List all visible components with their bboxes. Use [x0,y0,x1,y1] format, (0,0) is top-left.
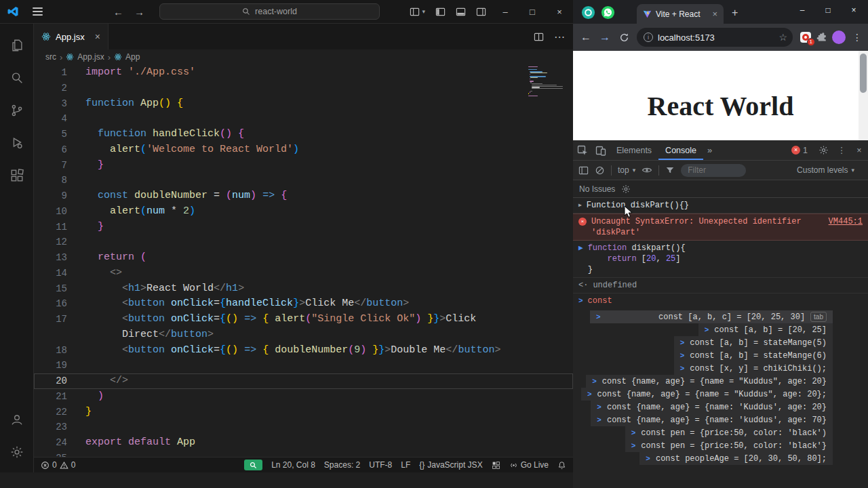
account-icon[interactable] [0,403,33,436]
line-number[interactable]: 1 [34,65,67,81]
code-line[interactable]: 9 const doubleNumber = (num) => { [34,188,573,204]
console-log[interactable]: ▶ Function diskPart(){} × Uncaught Synta… [573,198,868,488]
line-number[interactable]: 24 [34,435,67,451]
customize-layout-button[interactable]: ▾ [410,7,425,17]
site-info-icon[interactable]: i [644,33,653,42]
toggle-sidebar-icon[interactable] [435,7,446,17]
nav-back-button[interactable]: ← [108,6,129,18]
expand-triangle-icon[interactable]: ▶ [578,200,582,211]
run-debug-icon[interactable] [0,127,33,159]
line-number[interactable]: 8 [34,173,67,188]
line-number[interactable]: 16 [34,296,67,312]
clear-console-icon[interactable] [595,165,605,176]
code-line[interactable]: 5 function handleClick() { [34,127,573,142]
line-number[interactable]: 18 [34,343,67,359]
console-suggestion[interactable]: >const pen = {price:50, color: 'black') [625,426,833,439]
profile-avatar[interactable] [832,30,846,44]
forward-button[interactable]: → [596,31,614,43]
search-icon[interactable] [0,62,33,94]
close-button[interactable]: × [546,0,573,24]
extension-button[interactable]: 1 [800,31,812,43]
console-suggestion[interactable]: >const [a, b] = stateMange(6) [674,349,833,362]
explorer-icon[interactable] [0,29,33,62]
command-center-search[interactable]: react-world [159,3,380,20]
breadcrumb-symbol[interactable]: App [125,52,140,62]
tab-console[interactable]: Console [658,140,703,160]
log-levels-selector[interactable]: Custom levels ▾ [797,165,854,175]
code-line[interactable]: 14 <> [34,266,573,281]
code-line[interactable]: 3function App() { [34,96,573,112]
command-chevron-icon[interactable]: ▶ [578,243,583,253]
code-line[interactable]: 24export default App [34,435,573,451]
console-suggestion[interactable]: >const [x, y] = chikiChiki(); [674,362,833,375]
browser-tab[interactable]: Vite + React × [637,4,724,24]
issues-label[interactable]: No Issues [579,184,615,194]
more-tabs-icon[interactable]: » [703,145,716,155]
problems-status[interactable]: 0 0 [41,460,75,470]
address-bar[interactable]: i localhost:5173 ☆ [637,28,793,47]
whatsapp-icon[interactable] [601,5,615,20]
browser-menu-icon[interactable]: ⋮ [850,32,864,43]
line-number[interactable]: 12 [34,235,67,250]
code-line[interactable]: 16 <button onClick={handleClick}>Click M… [34,296,573,312]
code-line[interactable]: 21 ) [34,389,573,405]
code-line[interactable]: 19 [34,358,573,373]
console-error-indicator[interactable]: × 1 [791,146,808,155]
device-toolbar-icon[interactable] [591,145,610,156]
code-line[interactable]: 17 <button onClick={() => { alert("Singl… [34,312,573,327]
breadcrumb-file[interactable]: App.jsx [77,52,104,62]
close-button[interactable]: × [841,0,867,20]
split-editor-icon[interactable] [534,32,544,42]
line-number[interactable]: 6 [34,142,67,158]
line-number[interactable]: 15 [34,281,67,297]
tab-app-jsx[interactable]: App.jsx × [34,24,108,49]
line-number[interactable]: 17 [34,312,67,327]
code-line[interactable]: 6 alert('Welcome to React World') [34,142,573,158]
code-line[interactable]: 12 [34,235,573,250]
code-line[interactable]: 4 [34,111,573,127]
devtools-menu-icon[interactable]: ⋮ [833,145,850,155]
status-search-badge[interactable] [244,460,262,470]
console-suggestion[interactable]: >const pen = {price:50, color: 'black'} [625,439,833,452]
filter-input[interactable] [681,164,746,177]
breadcrumb-src[interactable]: src [45,52,56,62]
console-suggestion[interactable]: >const {name, age} = {name: 'Kuddus', ag… [591,401,833,413]
code-line[interactable]: 15 <h1>React World</h1> [34,281,573,297]
page-scrollbar[interactable] [859,51,868,140]
go-live-button[interactable]: Go Live [509,460,549,470]
line-number[interactable]: 20 [34,373,67,389]
console-sidebar-icon[interactable] [578,165,589,176]
reload-button[interactable] [615,33,633,43]
line-number[interactable]: 21 [34,389,67,405]
minimize-button[interactable]: – [492,0,519,24]
code-line[interactable]: 10 alert(num * 2) [34,204,573,220]
code-line[interactable]: Direct</button> [34,327,573,343]
code-line[interactable]: 18 <button onClick={() => { doubleNumber… [34,343,573,359]
code-line[interactable]: 20 </> [34,373,573,389]
code-line[interactable]: 23 [34,420,573,435]
line-number[interactable]: 25 [34,451,67,457]
line-number[interactable]: 19 [34,358,67,373]
console-suggestion[interactable]: >const peopleAge = [20, 30, 50, 80]; [639,452,833,465]
language-mode-status[interactable]: {} JavaScript JSX [419,460,482,470]
line-number[interactable]: 22 [34,405,67,420]
line-number[interactable]: 23 [34,420,67,435]
scrollbar-thumb[interactable] [860,54,867,93]
line-number[interactable]: 3 [34,96,67,112]
more-actions-icon[interactable]: ⋯ [554,30,565,43]
line-number[interactable]: 10 [34,204,67,220]
eol-status[interactable]: LF [401,460,410,470]
console-entry-echo[interactable]: ▶ function diskpart(){ return [20, 25]} [573,241,868,278]
live-expression-eye-icon[interactable] [642,165,652,176]
maximize-button[interactable]: □ [519,0,546,24]
console-entry-function-preview[interactable]: ▶ Function diskPart(){} [573,198,868,214]
maximize-button[interactable]: □ [815,0,841,20]
bookmark-star-icon[interactable]: ☆ [778,32,789,43]
console-settings-gear-icon[interactable] [621,184,631,194]
toggle-panel-icon[interactable] [456,7,466,17]
console-suggestion[interactable]: >const {name, age} = {name: 'kuddus', ag… [591,413,833,426]
code-line[interactable]: 1import './App.css' [34,65,573,81]
code-line[interactable]: 13 return ( [34,250,573,266]
code-line[interactable]: 11 } [34,220,573,235]
line-number[interactable]: 2 [34,81,67,96]
